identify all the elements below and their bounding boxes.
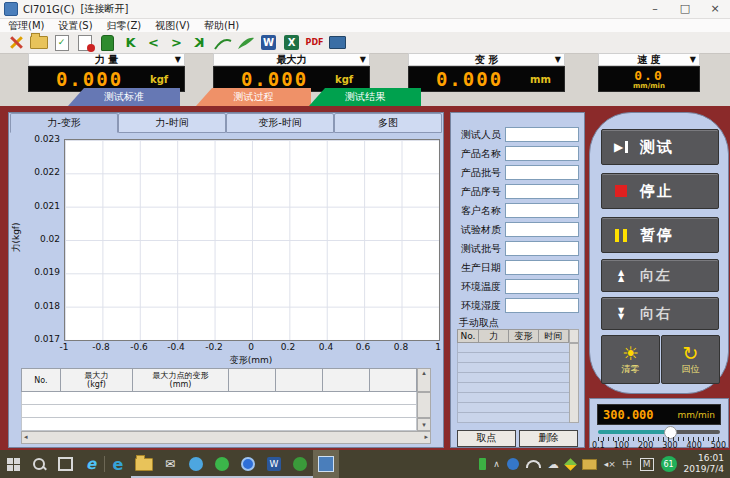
- blue-app-icon: [189, 457, 203, 471]
- notification-badge[interactable]: 61: [661, 456, 677, 472]
- clock-time: 16:01: [684, 453, 724, 464]
- delete-point-button[interactable]: 删除: [519, 430, 578, 447]
- volume-muted-icon[interactable]: ◂×: [604, 459, 616, 469]
- search-button[interactable]: [26, 450, 52, 478]
- tools-icon[interactable]: [4, 33, 27, 52]
- smooth-curve-icon[interactable]: [234, 33, 257, 52]
- tester-field[interactable]: [505, 127, 579, 142]
- chart-tab-multi[interactable]: 多图: [334, 113, 442, 133]
- move-left-button[interactable]: ▲▲ 向左: [601, 259, 719, 292]
- table-row: [21, 418, 417, 431]
- x-axis-title: 变形(mm): [64, 354, 438, 367]
- window-title: CI701G(C): [23, 4, 75, 15]
- temperature-field[interactable]: [505, 279, 579, 294]
- test-button[interactable]: ▶ 测试: [601, 129, 719, 165]
- network-globe-icon[interactable]: [507, 458, 519, 470]
- dropdown-icon[interactable]: ▼: [360, 55, 366, 64]
- test-batch-field[interactable]: [505, 241, 579, 256]
- wifi-icon[interactable]: [526, 460, 541, 468]
- task-view-button[interactable]: [52, 450, 78, 478]
- maximize-button[interactable]: □: [670, 0, 700, 18]
- last-record-icon[interactable]: K: [188, 33, 211, 52]
- product-serial-field[interactable]: [505, 184, 579, 199]
- ime-mode-indicator[interactable]: M: [640, 458, 654, 471]
- product-name-field[interactable]: [505, 146, 579, 161]
- product-batch-field[interactable]: [505, 165, 579, 180]
- chart-tab-force-deformation[interactable]: 力-变形: [10, 113, 118, 133]
- delete-record-icon[interactable]: [96, 33, 119, 52]
- ie-icon: e: [86, 455, 96, 473]
- production-date-field[interactable]: [505, 260, 579, 275]
- taskbar-app-ci701g[interactable]: [313, 450, 339, 478]
- taskbar-app-mail[interactable]: ✉: [157, 450, 183, 478]
- manual-points-scroll-track[interactable]: [569, 343, 579, 423]
- taskbar-app-green[interactable]: [287, 450, 313, 478]
- material-field[interactable]: [505, 222, 579, 237]
- start-button[interactable]: [0, 450, 26, 478]
- dropdown-icon[interactable]: ▼: [555, 55, 561, 64]
- save-icon[interactable]: ✓: [50, 33, 73, 52]
- taskbar-app-wechat[interactable]: [209, 450, 235, 478]
- previous-record-icon[interactable]: <: [142, 33, 165, 52]
- taskbar-app-blue[interactable]: [183, 450, 209, 478]
- vertical-scrollbar[interactable]: [417, 392, 431, 418]
- dropdown-icon[interactable]: ▼: [175, 55, 181, 64]
- tab-test-standard[interactable]: 测试标准: [68, 88, 180, 106]
- scroll-right-icon[interactable]: ▸: [424, 432, 430, 443]
- taskbar-app-word[interactable]: W: [261, 450, 287, 478]
- export-pdf-icon[interactable]: PDF: [303, 33, 326, 52]
- report-icon[interactable]: [73, 33, 96, 52]
- tab-test-process[interactable]: 测试过程: [196, 88, 311, 106]
- menu-settings[interactable]: 设置(S): [58, 19, 92, 33]
- scroll-left-icon[interactable]: ◂: [22, 432, 28, 443]
- col-maxforce: 最大力: [85, 371, 109, 380]
- scroll-down-icon[interactable]: ▾: [417, 418, 431, 431]
- chart-tab-deformation-time[interactable]: 变形-时间: [226, 113, 334, 133]
- max-force-value: 0.000: [214, 68, 335, 90]
- menu-zero[interactable]: 归零(Z): [107, 19, 142, 33]
- export-excel-icon[interactable]: X: [280, 33, 303, 52]
- col-no: No.: [34, 376, 47, 385]
- export-word-icon[interactable]: W: [257, 33, 280, 52]
- first-record-icon[interactable]: K: [119, 33, 142, 52]
- cloud-icon[interactable]: ☁: [548, 458, 559, 471]
- remote-monitor-icon[interactable]: [326, 33, 349, 52]
- speed-slider-track[interactable]: [598, 430, 720, 434]
- x-tick: 0.6: [348, 342, 378, 352]
- tab-test-result[interactable]: 测试结果: [309, 88, 421, 106]
- antivirus-shield-icon[interactable]: [564, 458, 577, 471]
- ime-language-indicator[interactable]: 中: [623, 457, 633, 471]
- scroll-up-icon[interactable]: ▴: [417, 368, 431, 392]
- menu-manage[interactable]: 管理(M): [8, 19, 44, 33]
- chart-tab-force-time[interactable]: 力-时间: [118, 113, 226, 133]
- minimize-button[interactable]: –: [640, 0, 670, 18]
- horizontal-scrollbar[interactable]: ◂ ▸: [21, 431, 431, 444]
- mail-icon: ✉: [165, 457, 175, 471]
- force-value: 0.000: [29, 68, 150, 90]
- dropdown-icon[interactable]: ▼: [690, 55, 696, 64]
- pick-point-button[interactable]: 取点: [457, 430, 516, 447]
- tray-folder-icon[interactable]: [582, 459, 597, 470]
- taskbar-app-edge[interactable]: e: [105, 450, 131, 478]
- zero-button[interactable]: ☀ 清零: [601, 335, 660, 384]
- menu-view[interactable]: 视图(V): [155, 19, 190, 33]
- usb-device-icon[interactable]: [479, 458, 486, 470]
- clock[interactable]: 16:01 2019/7/4: [684, 453, 724, 475]
- humidity-field[interactable]: [505, 298, 579, 313]
- customer-field[interactable]: [505, 203, 579, 218]
- next-record-icon[interactable]: >: [165, 33, 188, 52]
- move-right-button[interactable]: ▼▼ 向右: [601, 297, 719, 330]
- menu-help[interactable]: 帮助(H): [204, 19, 239, 33]
- taskbar-app-explorer[interactable]: [131, 450, 157, 478]
- stop-button[interactable]: 停止: [601, 173, 719, 209]
- x-tick: 0: [236, 342, 266, 352]
- close-button[interactable]: ×: [700, 0, 730, 18]
- return-button[interactable]: ↻ 回位: [661, 335, 720, 384]
- manual-points-scrollbar[interactable]: [569, 329, 579, 343]
- taskbar-app-media[interactable]: [235, 450, 261, 478]
- tray-expand-icon[interactable]: ∧: [493, 459, 500, 469]
- open-folder-icon[interactable]: [27, 33, 50, 52]
- pause-button[interactable]: 暂停: [601, 217, 719, 253]
- taskbar-app-ie[interactable]: e: [78, 450, 104, 478]
- curve-icon[interactable]: [211, 33, 234, 52]
